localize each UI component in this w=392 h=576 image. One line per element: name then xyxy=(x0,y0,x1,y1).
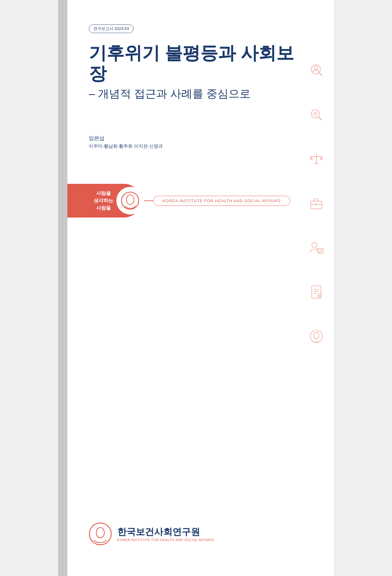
banner-slogan: 사람을 생각하는 사람들 xyxy=(94,190,113,212)
balance-icon xyxy=(308,150,325,167)
svg-point-13 xyxy=(312,242,317,248)
svg-point-23 xyxy=(96,528,104,538)
left-bar xyxy=(58,0,67,576)
face-bottom-icon xyxy=(308,328,325,345)
svg-point-21 xyxy=(314,332,319,339)
authors-block: 임완섭 이주미·황남희·황주희·이지은·신영규 xyxy=(89,135,163,149)
logo-text-block: 한국보건사회연구원 KOREA INSTITUTE FOR HEALTH AND… xyxy=(117,526,214,542)
briefcase-icon xyxy=(308,195,325,211)
heart-search-icon xyxy=(308,106,325,123)
middle-banner: 사람을 생각하는 사람들 KOREA INSTITUTE FOR HEALTH … xyxy=(67,184,334,218)
banner-red-section: 사람을 생각하는 사람들 xyxy=(67,184,141,218)
bottom-logo: 한국보건사회연구원 KOREA INSTITUTE FOR HEALTH AND… xyxy=(89,522,214,545)
title-line2: – 개념적 접근과 사례를 중심으로 xyxy=(89,87,297,101)
title-line1: 기후위기 불평등과 사회보장 xyxy=(89,43,297,84)
svg-line-4 xyxy=(319,73,322,75)
svg-rect-15 xyxy=(312,286,321,298)
institute-name-box: KOREA INSTITUTE FOR HEALTH AND SOCIAL AF… xyxy=(153,196,290,206)
svg-point-3 xyxy=(314,66,318,70)
main-title-block: 기후위기 불평등과 사회보장 – 개념적 접근과 사례를 중심으로 xyxy=(89,43,297,101)
report-badge: 연구보고서 2023-53 xyxy=(89,25,134,33)
research-icon xyxy=(308,61,325,78)
svg-rect-14 xyxy=(317,248,323,253)
face-outline-icon xyxy=(119,190,141,211)
right-icons-column xyxy=(308,61,325,345)
logo-english: KOREA INSTITUTE FOR HEALTH AND SOCIAL AF… xyxy=(117,538,214,542)
page: 연구보고서 2023-53 기후위기 불평등과 사회보장 – 개념적 접근과 사… xyxy=(58,0,334,576)
person-check-icon xyxy=(308,239,325,256)
svg-line-6 xyxy=(318,117,321,120)
svg-point-1 xyxy=(126,195,134,205)
banner-line-area: KOREA INSTITUTE FOR HEALTH AND SOCIAL AF… xyxy=(141,184,334,218)
author-main: 임완섭 xyxy=(89,135,163,142)
svg-point-22 xyxy=(89,523,111,545)
logo-circle-icon xyxy=(89,522,112,545)
logo-korean: 한국보건사회연구원 xyxy=(117,526,214,537)
banner-face-circle xyxy=(116,187,144,214)
document-icon xyxy=(308,283,325,300)
author-sub: 이주미·황남희·황주희·이지은·신영규 xyxy=(89,143,163,149)
